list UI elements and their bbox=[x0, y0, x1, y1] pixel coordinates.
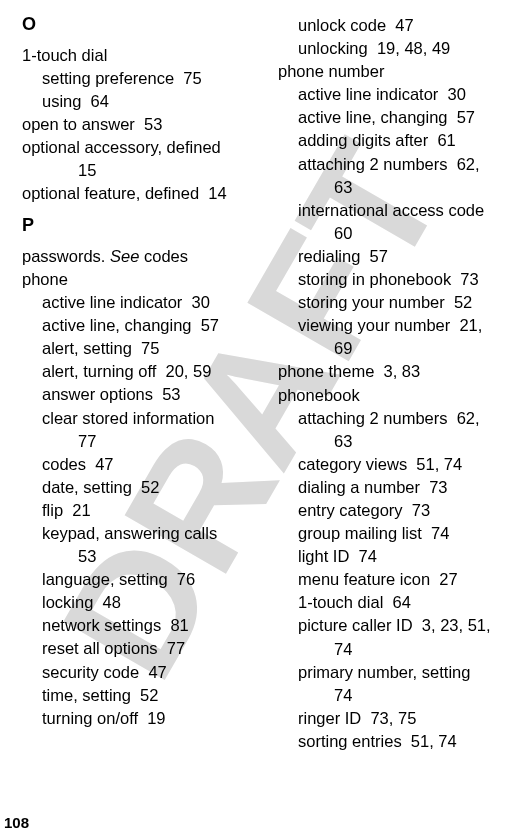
index-entry: adding digits after 61 bbox=[278, 129, 516, 152]
index-entry: 74 bbox=[278, 638, 516, 661]
index-entry: using 64 bbox=[22, 90, 260, 113]
index-entry: setting preference 75 bbox=[22, 67, 260, 90]
index-entry: light ID 74 bbox=[278, 545, 516, 568]
page-number: 108 bbox=[4, 814, 29, 831]
index-entry: picture caller ID 3, 23, 51, bbox=[278, 614, 516, 637]
index-entry: 1-touch dial bbox=[22, 44, 260, 67]
index-entry: date, setting 52 bbox=[22, 476, 260, 499]
index-entry: entry category 73 bbox=[278, 499, 516, 522]
index-entry: 60 bbox=[278, 222, 516, 245]
index-entry: phone bbox=[22, 268, 260, 291]
index-section-letter: P bbox=[22, 215, 260, 237]
right-column: unlock code 47unlocking 19, 48, 49phone … bbox=[278, 14, 516, 753]
index-section-letter: O bbox=[22, 14, 260, 36]
index-entry: sorting entries 51, 74 bbox=[278, 730, 516, 753]
index-entry: dialing a number 73 bbox=[278, 476, 516, 499]
index-entry: answer options 53 bbox=[22, 383, 260, 406]
index-entry: active line indicator 30 bbox=[22, 291, 260, 314]
index-entry: alert, setting 75 bbox=[22, 337, 260, 360]
index-entry: viewing your number 21, bbox=[278, 314, 516, 337]
index-entry: primary number, setting bbox=[278, 661, 516, 684]
index-entry: storing your number 52 bbox=[278, 291, 516, 314]
index-entry: passwords. See codes bbox=[22, 245, 260, 268]
index-entry: 1-touch dial 64 bbox=[278, 591, 516, 614]
index-entry: phone theme 3, 83 bbox=[278, 360, 516, 383]
index-text: passwords. bbox=[22, 247, 110, 265]
index-entry: keypad, answering calls bbox=[22, 522, 260, 545]
index-entry: redialing 57 bbox=[278, 245, 516, 268]
index-entry: attaching 2 numbers 62, bbox=[278, 153, 516, 176]
index-entry: 63 bbox=[278, 430, 516, 453]
page-content: O1-touch dialsetting preference 75using … bbox=[0, 0, 528, 763]
index-text: codes bbox=[139, 247, 188, 265]
index-entry: attaching 2 numbers 62, bbox=[278, 407, 516, 430]
index-entry: ringer ID 73, 75 bbox=[278, 707, 516, 730]
index-entry: clear stored information bbox=[22, 407, 260, 430]
index-entry: 53 bbox=[22, 545, 260, 568]
index-entry: international access code bbox=[278, 199, 516, 222]
index-columns: O1-touch dialsetting preference 75using … bbox=[22, 14, 516, 753]
index-entry: 69 bbox=[278, 337, 516, 360]
index-entry: storing in phonebook 73 bbox=[278, 268, 516, 291]
index-entry: 15 bbox=[22, 159, 260, 182]
index-entry: optional accessory, defined bbox=[22, 136, 260, 159]
index-entry: active line, changing 57 bbox=[22, 314, 260, 337]
index-entry: active line indicator 30 bbox=[278, 83, 516, 106]
index-entry: reset all options 77 bbox=[22, 637, 260, 660]
index-entry: 77 bbox=[22, 430, 260, 453]
index-entry: codes 47 bbox=[22, 453, 260, 476]
index-entry: category views 51, 74 bbox=[278, 453, 516, 476]
index-entry: locking 48 bbox=[22, 591, 260, 614]
index-entry: network settings 81 bbox=[22, 614, 260, 637]
cross-reference: See bbox=[110, 247, 139, 265]
index-entry: open to answer 53 bbox=[22, 113, 260, 136]
index-entry: security code 47 bbox=[22, 661, 260, 684]
index-entry: turning on/off 19 bbox=[22, 707, 260, 730]
index-entry: flip 21 bbox=[22, 499, 260, 522]
left-column: O1-touch dialsetting preference 75using … bbox=[22, 14, 260, 753]
index-entry: alert, turning off 20, 59 bbox=[22, 360, 260, 383]
index-entry: group mailing list 74 bbox=[278, 522, 516, 545]
index-entry: menu feature icon 27 bbox=[278, 568, 516, 591]
index-entry: optional feature, defined 14 bbox=[22, 182, 260, 205]
index-entry: phonebook bbox=[278, 384, 516, 407]
index-entry: unlock code 47 bbox=[278, 14, 516, 37]
index-entry: active line, changing 57 bbox=[278, 106, 516, 129]
index-entry: language, setting 76 bbox=[22, 568, 260, 591]
index-entry: 63 bbox=[278, 176, 516, 199]
index-entry: phone number bbox=[278, 60, 516, 83]
index-entry: 74 bbox=[278, 684, 516, 707]
index-entry: time, setting 52 bbox=[22, 684, 260, 707]
blank-line bbox=[22, 205, 260, 215]
index-entry: unlocking 19, 48, 49 bbox=[278, 37, 516, 60]
